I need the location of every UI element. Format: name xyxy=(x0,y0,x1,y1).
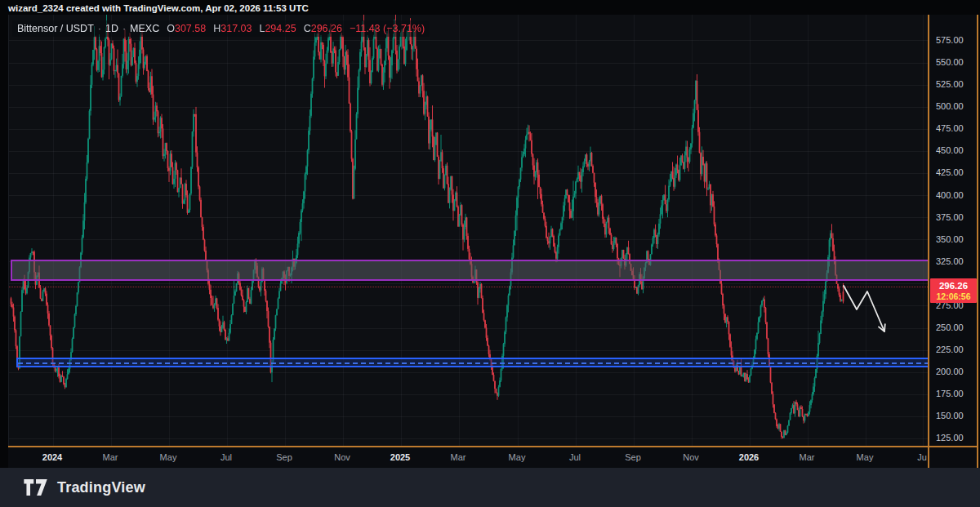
open-value: 307.58 xyxy=(175,23,206,34)
close-value: 296.26 xyxy=(311,23,342,34)
time-tick-label: Mar xyxy=(103,453,118,462)
last-price-value: 296.26 xyxy=(939,280,968,291)
time-tick-label: May xyxy=(160,453,177,462)
price-tick-label: 575.00 xyxy=(936,36,964,45)
ohlc-close: C296.26 xyxy=(304,23,342,34)
time-tick-label: 2025 xyxy=(390,453,410,462)
time-tick-label: Sep xyxy=(625,453,641,462)
price-tick-label: 550.00 xyxy=(936,58,964,67)
symbol-legend: Bittensor / USDT · 1D · MEXC O307.58 H31… xyxy=(12,20,430,37)
open-label: O xyxy=(167,23,175,34)
time-tick-label: Jul xyxy=(220,453,232,462)
low-value: 294.25 xyxy=(265,23,296,34)
time-tick-label: May xyxy=(857,453,874,462)
interval-label[interactable]: 1D xyxy=(105,23,118,34)
chart-plot-area[interactable]: Bittensor / USDT · 1D · MEXC O307.58 H31… xyxy=(8,15,929,447)
time-axis[interactable]: 2024MarMayJulSepNov2025MarMayJulSepNov20… xyxy=(8,447,978,468)
price-tick-label: 350.00 xyxy=(936,235,964,244)
price-tick-label: 225.00 xyxy=(936,345,964,354)
symbol-title[interactable]: Bittensor / USDT xyxy=(17,23,94,34)
price-tick-label: 450.00 xyxy=(936,146,964,155)
time-tick-label: Sep xyxy=(276,453,292,462)
bar-countdown: 12:06:56 xyxy=(936,291,970,301)
price-tick-label: 150.00 xyxy=(936,411,964,420)
time-tick-label: Ju xyxy=(917,453,927,462)
price-tick-label: 400.00 xyxy=(936,191,964,200)
price-tick-label: 125.00 xyxy=(936,434,964,443)
price-tick-label: 375.00 xyxy=(936,213,964,222)
time-tick-label: May xyxy=(509,453,526,462)
price-tick-label: 425.00 xyxy=(936,168,964,177)
time-tick-label: Jul xyxy=(569,453,581,462)
time-tick-label: 2026 xyxy=(739,453,759,462)
exchange-label[interactable]: MEXC xyxy=(130,23,159,34)
time-tick-label: Mar xyxy=(451,453,466,462)
time-tick-label: Nov xyxy=(683,453,699,462)
price-tick-label: 500.00 xyxy=(936,102,964,111)
legend-separator: · xyxy=(122,23,126,34)
time-tick-label: Mar xyxy=(800,453,815,462)
close-label: C xyxy=(304,23,311,34)
price-axis-border xyxy=(928,15,929,468)
tradingview-brand-text[interactable]: TradingView xyxy=(57,479,145,496)
high-label: H xyxy=(213,23,220,34)
price-axis[interactable]: 575.00550.00525.00500.00475.00450.00425.… xyxy=(929,15,978,447)
price-tick-label: 325.00 xyxy=(936,257,964,266)
footer-bar: TradingView xyxy=(0,468,980,507)
right-edge-border xyxy=(977,15,978,468)
high-value: 317.03 xyxy=(220,23,252,34)
tradingview-logo-icon[interactable] xyxy=(23,478,49,496)
price-tick-label: 175.00 xyxy=(936,389,964,398)
attribution-bar: wizard_2324 created with TradingView.com… xyxy=(0,0,980,15)
price-tick-label: 200.00 xyxy=(936,367,964,376)
ohlc-open: O307.58 xyxy=(167,23,206,34)
price-tick-label: 250.00 xyxy=(936,323,964,332)
time-tick-label: Nov xyxy=(334,453,350,462)
time-axis-border xyxy=(8,446,978,447)
price-tick-label: 525.00 xyxy=(936,80,964,89)
change-value: −11.43 (−3.71%) xyxy=(350,23,425,34)
ohlc-low: L294.25 xyxy=(259,23,296,34)
last-price-label: 296.26 12:06:56 xyxy=(930,278,977,303)
ohlc-high: H317.03 xyxy=(213,23,252,34)
tradingview-chart-screenshot: wizard_2324 created with TradingView.com… xyxy=(0,0,980,507)
attribution-text: wizard_2324 created with TradingView.com… xyxy=(8,3,309,13)
time-tick-label: 2024 xyxy=(42,453,62,462)
price-tick-label: 475.00 xyxy=(936,124,964,133)
legend-separator: · xyxy=(98,23,101,34)
trend-arrow-annotation[interactable] xyxy=(9,15,929,447)
